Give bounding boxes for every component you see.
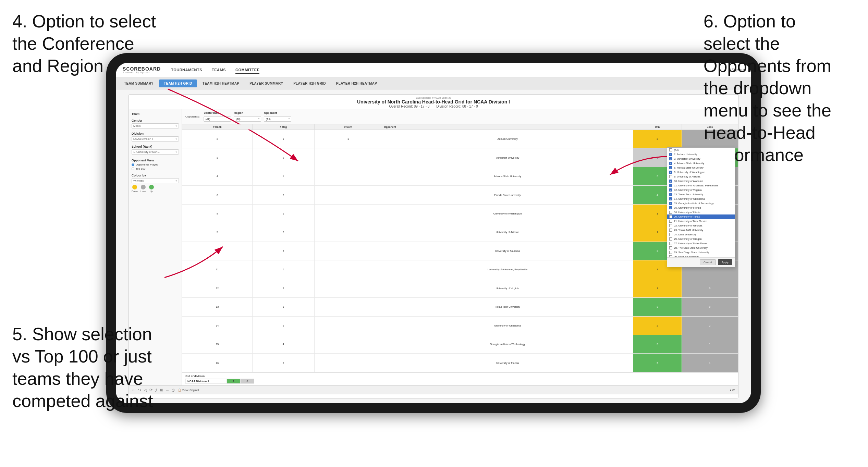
tableau-toolbar: ↩ ↪ ◁ ⟳ ⤴ ⊞ — ⏱ 📋 View: Original ● W	[129, 385, 738, 394]
dropdown-item[interactable]: 22. University of Georgia	[667, 223, 735, 228]
dropdown-item[interactable]: 29. San Diego State University	[667, 250, 735, 255]
out-of-division-label: Out of division	[185, 374, 735, 378]
dropdown-item[interactable]: ✓10. University of Alabama	[667, 179, 735, 183]
colour-by-dropdown[interactable]: Win/loss	[132, 178, 179, 183]
dropdown-item-label: 25. University of Oregon	[674, 237, 702, 241]
division-dropdown[interactable]: NCAA Division I	[132, 136, 179, 142]
tab-team-summary[interactable]: TEAM SUMMARY	[119, 79, 158, 87]
dropdown-item-label: 14. University of Oklahoma	[674, 197, 705, 200]
tab-player-h2h-grid[interactable]: PLAYER H2H GRID	[289, 79, 331, 87]
dropdown-item-label: 2. Auburn University	[674, 153, 697, 156]
cell-opponent: Arizona State University	[382, 167, 633, 185]
dropdown-checkbox	[669, 246, 672, 249]
cell-opponent: University of Arkansas, Fayetteville	[382, 260, 633, 279]
dropdown-item[interactable]: 27. University of Notre Dame	[667, 241, 735, 246]
dropdown-item[interactable]: 21. University of New Mexico	[667, 219, 735, 223]
table-row: 4 1 Arizona State University 5 1	[182, 167, 738, 185]
cell-reg: 3	[252, 279, 314, 297]
tableau-records: Overall Record: 89 - 17 - 0 Division Rec…	[389, 105, 478, 108]
cell-reg: 4	[252, 335, 314, 353]
dropdown-checkbox: ✓	[669, 188, 672, 192]
tab-team-h2h-heatmap[interactable]: TEAM H2H HEATMAP	[198, 79, 244, 87]
conference-select[interactable]: (All)	[204, 116, 231, 122]
school-dropdown[interactable]: 1. University of Nort...	[132, 149, 179, 155]
dropdown-item-label: 18. University of Illinois	[674, 211, 700, 214]
dropdown-item-label: 22. University of Georgia	[674, 224, 702, 227]
up-circle	[149, 185, 154, 189]
opponent-select[interactable]: (All)	[264, 116, 291, 122]
dropdown-item[interactable]: ✓3. Vanderbilt University	[667, 157, 735, 161]
dropdown-item[interactable]: ✓8. University of Washington	[667, 170, 735, 174]
cell-win: 5	[633, 335, 682, 353]
dropdown-item[interactable]: 18. University of Illinois	[667, 210, 735, 214]
dropdown-checkbox	[669, 175, 672, 178]
cell-loss: 0	[682, 279, 738, 297]
dropdown-item-label: 16. University of Florida	[674, 206, 701, 209]
gender-label: Gender	[132, 119, 179, 122]
conference-filter-group: Conference (All)	[204, 111, 231, 122]
dropdown-item[interactable]: 23. Texas A&M University	[667, 228, 735, 232]
table-row: 3 2 Vanderbilt University 0 4	[182, 148, 738, 167]
dropdown-checkbox	[669, 237, 672, 241]
data-table-wrap: # Rank # Reg # Conf Opponent Win Loss	[182, 124, 738, 372]
region-filter-group: Region (All)	[234, 111, 261, 122]
radio-opponents-played[interactable]: Opponents Played	[132, 163, 179, 166]
annotation-tl-2: the Conference	[12, 34, 134, 53]
dropdown-item-label: 21. University of New Mexico	[674, 220, 707, 223]
dropdown-checkbox	[669, 224, 672, 227]
dropdown-item[interactable]: 9. University of Arizona	[667, 174, 735, 179]
radio-top100[interactable]: Top 100	[132, 167, 179, 170]
annotation-tr-2: select the	[704, 34, 780, 53]
nav-committee[interactable]: COMMITTEE	[235, 66, 260, 74]
tableau-container: Last Updated: 4/7/2024 16:55:38 Universi…	[129, 94, 738, 398]
dropdown-item[interactable]: ✓16. University of Florida	[667, 206, 735, 210]
cell-conf	[314, 223, 382, 242]
down-circle	[132, 185, 137, 189]
table-row: 13 1 Texas Tech University 3 0	[182, 298, 738, 316]
dropdown-item-label: 9. University of Arizona	[674, 175, 700, 178]
cancel-button[interactable]: Cancel	[700, 259, 716, 265]
dropdown-item[interactable]: ✓4. Arizona State University	[667, 161, 735, 165]
dropdown-item[interactable]: 30. Purdue University	[667, 255, 735, 257]
nav-teams[interactable]: TEAMS	[212, 66, 226, 74]
gender-dropdown[interactable]: Men's	[132, 123, 179, 128]
cell-reg: 6	[252, 260, 314, 279]
last-updated: Last Updated: 4/7/2024 16:55:38	[416, 97, 451, 99]
dropdown-item[interactable]: ✓11. University of Arkansas, Fayettevill…	[667, 183, 735, 188]
dropdown-item[interactable]: 28. The Ohio State University	[667, 246, 735, 250]
table-area: # Rank # Reg # Conf Opponent Win Loss	[182, 124, 738, 372]
cell-loss: 1	[682, 354, 738, 372]
dropdown-item[interactable]: ✓14. University of Oklahoma	[667, 197, 735, 201]
annotation-tr-4: the dropdown	[704, 78, 811, 98]
cell-opponent: University of Alabama	[382, 242, 633, 260]
tab-team-h2h-grid[interactable]: TEAM H2H GRID	[159, 79, 197, 87]
cell-reg: 1	[252, 167, 314, 185]
dropdown-item[interactable]: ✓6. Florida State University	[667, 165, 735, 170]
school-section: School (Rank) 1. University of Nort...	[132, 145, 179, 155]
dropdown-item[interactable]: 20. University of Texas	[667, 214, 735, 219]
opponent-view-label: Opponent View	[132, 159, 179, 162]
table-row: 2 1 1 Auburn University 2 1	[182, 130, 738, 148]
opponents-prefix: Opponents:	[185, 115, 199, 118]
dropdown-item-label: 20. University of Texas	[674, 215, 700, 218]
tab-player-h2h-heatmap[interactable]: PLAYER H2H HEATMAP	[331, 79, 382, 87]
dropdown-item[interactable]: ✓12. University of Virginia	[667, 188, 735, 192]
apply-button[interactable]: Apply	[718, 259, 732, 265]
table-row: 8 1 University of Washington 1 0	[182, 204, 738, 223]
dropdown-item[interactable]: (All)	[667, 148, 735, 152]
dropdown-checkbox: ✓	[669, 162, 672, 165]
region-select[interactable]: (All)	[234, 116, 261, 122]
dropdown-item[interactable]: 24. Duke University	[667, 232, 735, 237]
cell-conf	[314, 186, 382, 204]
cell-reg: 1	[252, 130, 314, 148]
level-circle	[141, 185, 146, 189]
colour-dots: Down Level Up	[132, 185, 179, 193]
region-filter-label: Region	[234, 111, 261, 114]
dropdown-item[interactable]: 25. University of Oregon	[667, 237, 735, 241]
tab-player-summary[interactable]: PLAYER SUMMARY	[245, 79, 288, 87]
dropdown-item[interactable]: ✓13. Texas Tech University	[667, 192, 735, 197]
annotation-tl-1: 4. Option to select	[12, 11, 156, 31]
dropdown-item[interactable]: ✓15. Georgia Institute of Technology	[667, 201, 735, 206]
col-reg: # Reg	[252, 124, 314, 130]
dropdown-item[interactable]: ✓2. Auburn University	[667, 152, 735, 157]
